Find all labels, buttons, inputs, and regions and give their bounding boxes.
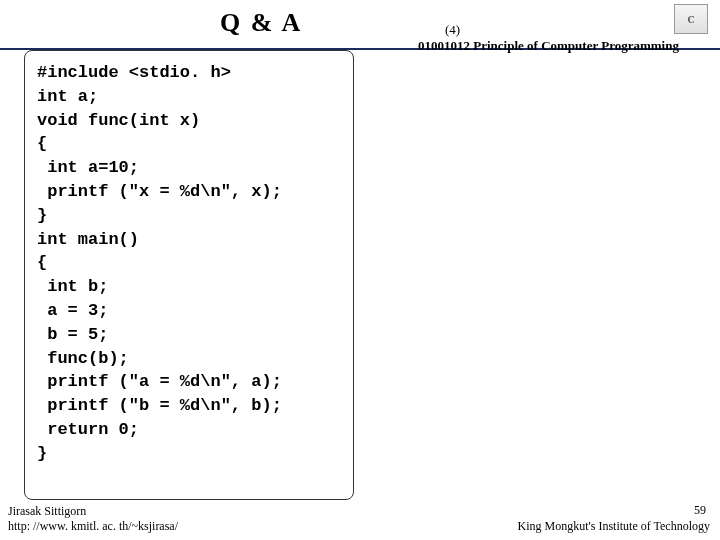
code-content: #include <stdio. h> int a; void func(int… bbox=[37, 61, 341, 466]
footer-right: King Mongkut's Institute of Technology bbox=[518, 519, 710, 534]
footer-left: Jirasak Sittigorn http: //www. kmitl. ac… bbox=[8, 504, 178, 534]
author-url: http: //www. kmitl. ac. th/~ksjirasa/ bbox=[8, 519, 178, 534]
page-number: 59 bbox=[694, 503, 706, 518]
code-block: #include <stdio. h> int a; void func(int… bbox=[24, 50, 354, 500]
author-name: Jirasak Sittigorn bbox=[8, 504, 178, 519]
slide-marker: (4) bbox=[445, 22, 460, 38]
institution: King Mongkut's Institute of Technology bbox=[518, 519, 710, 534]
slide-title: Q & A bbox=[220, 8, 302, 38]
course-code: 01001012 Principle of Computer Programmi… bbox=[418, 38, 679, 54]
language-badge-icon: C bbox=[674, 4, 708, 34]
